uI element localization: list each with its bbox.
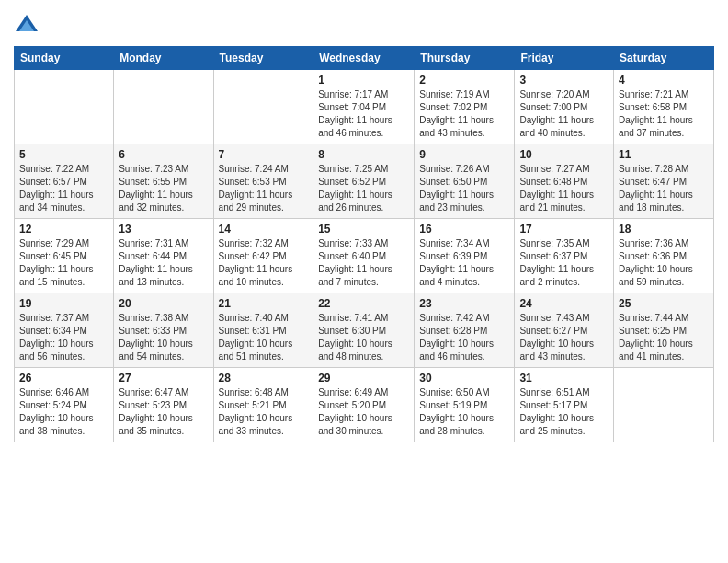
header xyxy=(14,9,714,39)
day-number: 10 xyxy=(519,148,609,161)
day-number: 20 xyxy=(119,297,208,310)
day-cell: 14Sunrise: 7:32 AM Sunset: 6:42 PM Dayli… xyxy=(213,219,313,293)
day-cell: 5Sunrise: 7:22 AM Sunset: 6:57 PM Daylig… xyxy=(15,144,114,219)
day-number: 29 xyxy=(318,372,409,385)
day-info: Sunrise: 7:35 AM Sunset: 6:37 PM Dayligh… xyxy=(519,237,609,289)
day-cell xyxy=(114,70,213,144)
logo xyxy=(14,13,43,39)
day-cell: 25Sunrise: 7:44 AM Sunset: 6:25 PM Dayli… xyxy=(614,293,714,368)
day-number: 1 xyxy=(318,74,409,86)
week-row-3: 12Sunrise: 7:29 AM Sunset: 6:45 PM Dayli… xyxy=(15,219,714,293)
day-cell: 13Sunrise: 7:31 AM Sunset: 6:44 PM Dayli… xyxy=(114,219,213,293)
day-cell: 1Sunrise: 7:17 AM Sunset: 7:04 PM Daylig… xyxy=(313,70,415,144)
day-info: Sunrise: 7:25 AM Sunset: 6:52 PM Dayligh… xyxy=(318,163,409,214)
day-cell: 2Sunrise: 7:19 AM Sunset: 7:02 PM Daylig… xyxy=(415,70,515,144)
day-number: 7 xyxy=(219,148,309,161)
day-info: Sunrise: 7:21 AM Sunset: 6:58 PM Dayligh… xyxy=(619,88,709,140)
day-cell: 16Sunrise: 7:34 AM Sunset: 6:39 PM Dayli… xyxy=(415,219,515,293)
day-info: Sunrise: 7:17 AM Sunset: 7:04 PM Dayligh… xyxy=(318,88,409,140)
weekday-header-monday: Monday xyxy=(114,47,213,70)
weekday-row: SundayMondayTuesdayWednesdayThursdayFrid… xyxy=(15,47,714,70)
day-info: Sunrise: 7:20 AM Sunset: 7:00 PM Dayligh… xyxy=(519,88,609,140)
day-number: 19 xyxy=(19,297,108,310)
week-row-1: 1Sunrise: 7:17 AM Sunset: 7:04 PM Daylig… xyxy=(15,70,714,144)
day-cell: 6Sunrise: 7:23 AM Sunset: 6:55 PM Daylig… xyxy=(114,144,213,219)
day-number: 18 xyxy=(619,223,709,236)
day-number: 14 xyxy=(219,223,309,236)
day-cell xyxy=(15,70,114,144)
day-number: 23 xyxy=(419,297,509,310)
week-row-5: 26Sunrise: 6:46 AM Sunset: 5:24 PM Dayli… xyxy=(15,368,714,442)
weekday-header-wednesday: Wednesday xyxy=(313,47,415,70)
day-cell: 17Sunrise: 7:35 AM Sunset: 6:37 PM Dayli… xyxy=(515,219,614,293)
weekday-header-thursday: Thursday xyxy=(415,47,515,70)
day-number: 31 xyxy=(519,372,609,385)
day-cell: 15Sunrise: 7:33 AM Sunset: 6:40 PM Dayli… xyxy=(313,219,415,293)
day-info: Sunrise: 7:22 AM Sunset: 6:57 PM Dayligh… xyxy=(19,163,108,214)
day-number: 25 xyxy=(619,297,709,310)
day-number: 24 xyxy=(519,297,609,310)
day-number: 2 xyxy=(419,74,509,86)
day-cell: 3Sunrise: 7:20 AM Sunset: 7:00 PM Daylig… xyxy=(515,70,614,144)
day-info: Sunrise: 7:27 AM Sunset: 6:48 PM Dayligh… xyxy=(519,163,609,214)
day-number: 8 xyxy=(318,148,409,161)
day-info: Sunrise: 7:37 AM Sunset: 6:34 PM Dayligh… xyxy=(19,312,108,363)
weekday-header-tuesday: Tuesday xyxy=(213,47,313,70)
week-row-2: 5Sunrise: 7:22 AM Sunset: 6:57 PM Daylig… xyxy=(15,144,714,219)
day-cell: 26Sunrise: 6:46 AM Sunset: 5:24 PM Dayli… xyxy=(15,368,114,442)
day-info: Sunrise: 7:32 AM Sunset: 6:42 PM Dayligh… xyxy=(219,237,309,289)
day-info: Sunrise: 7:36 AM Sunset: 6:36 PM Dayligh… xyxy=(619,237,709,289)
day-number: 3 xyxy=(519,74,609,86)
weekday-header-saturday: Saturday xyxy=(614,47,714,70)
day-cell: 31Sunrise: 6:51 AM Sunset: 5:17 PM Dayli… xyxy=(515,368,614,442)
day-info: Sunrise: 6:48 AM Sunset: 5:21 PM Dayligh… xyxy=(219,386,309,438)
day-cell: 24Sunrise: 7:43 AM Sunset: 6:27 PM Dayli… xyxy=(515,293,614,368)
day-cell: 7Sunrise: 7:24 AM Sunset: 6:53 PM Daylig… xyxy=(213,144,313,219)
day-info: Sunrise: 7:38 AM Sunset: 6:33 PM Dayligh… xyxy=(119,312,208,363)
day-info: Sunrise: 7:26 AM Sunset: 6:50 PM Dayligh… xyxy=(419,163,509,214)
day-number: 9 xyxy=(419,148,509,161)
day-cell: 27Sunrise: 6:47 AM Sunset: 5:23 PM Dayli… xyxy=(114,368,213,442)
day-info: Sunrise: 6:49 AM Sunset: 5:20 PM Dayligh… xyxy=(318,386,409,438)
day-number: 17 xyxy=(519,223,609,236)
day-number: 28 xyxy=(219,372,309,385)
day-info: Sunrise: 7:33 AM Sunset: 6:40 PM Dayligh… xyxy=(318,237,409,289)
day-info: Sunrise: 7:41 AM Sunset: 6:30 PM Dayligh… xyxy=(318,312,409,363)
day-info: Sunrise: 6:46 AM Sunset: 5:24 PM Dayligh… xyxy=(19,386,108,438)
day-info: Sunrise: 7:23 AM Sunset: 6:55 PM Dayligh… xyxy=(119,163,208,214)
day-number: 15 xyxy=(318,223,409,236)
day-number: 4 xyxy=(619,74,709,86)
day-number: 13 xyxy=(119,223,208,236)
day-cell: 12Sunrise: 7:29 AM Sunset: 6:45 PM Dayli… xyxy=(15,219,114,293)
day-info: Sunrise: 7:31 AM Sunset: 6:44 PM Dayligh… xyxy=(119,237,208,289)
day-number: 22 xyxy=(318,297,409,310)
day-cell: 4Sunrise: 7:21 AM Sunset: 6:58 PM Daylig… xyxy=(614,70,714,144)
day-cell: 30Sunrise: 6:50 AM Sunset: 5:19 PM Dayli… xyxy=(415,368,515,442)
day-info: Sunrise: 7:24 AM Sunset: 6:53 PM Dayligh… xyxy=(219,163,309,214)
day-info: Sunrise: 7:28 AM Sunset: 6:47 PM Dayligh… xyxy=(619,163,709,214)
day-info: Sunrise: 6:50 AM Sunset: 5:19 PM Dayligh… xyxy=(419,386,509,438)
day-info: Sunrise: 7:42 AM Sunset: 6:28 PM Dayligh… xyxy=(419,312,509,363)
day-cell xyxy=(614,368,714,442)
day-number: 21 xyxy=(219,297,309,310)
day-info: Sunrise: 6:51 AM Sunset: 5:17 PM Dayligh… xyxy=(519,386,609,438)
weekday-header-friday: Friday xyxy=(515,47,614,70)
day-number: 27 xyxy=(119,372,208,385)
day-number: 6 xyxy=(119,148,208,161)
weekday-header-sunday: Sunday xyxy=(15,47,114,70)
day-cell: 22Sunrise: 7:41 AM Sunset: 6:30 PM Dayli… xyxy=(313,293,415,368)
day-number: 30 xyxy=(419,372,509,385)
day-info: Sunrise: 7:34 AM Sunset: 6:39 PM Dayligh… xyxy=(419,237,509,289)
logo-icon xyxy=(14,13,40,39)
day-cell: 11Sunrise: 7:28 AM Sunset: 6:47 PM Dayli… xyxy=(614,144,714,219)
day-cell: 10Sunrise: 7:27 AM Sunset: 6:48 PM Dayli… xyxy=(515,144,614,219)
day-number: 16 xyxy=(419,223,509,236)
day-cell: 9Sunrise: 7:26 AM Sunset: 6:50 PM Daylig… xyxy=(415,144,515,219)
page: SundayMondayTuesdayWednesdayThursdayFrid… xyxy=(0,0,728,563)
day-info: Sunrise: 7:19 AM Sunset: 7:02 PM Dayligh… xyxy=(419,88,509,140)
day-cell: 29Sunrise: 6:49 AM Sunset: 5:20 PM Dayli… xyxy=(313,368,415,442)
day-number: 12 xyxy=(19,223,108,236)
day-number: 5 xyxy=(19,148,108,161)
day-info: Sunrise: 7:40 AM Sunset: 6:31 PM Dayligh… xyxy=(219,312,309,363)
day-info: Sunrise: 7:43 AM Sunset: 6:27 PM Dayligh… xyxy=(519,312,609,363)
